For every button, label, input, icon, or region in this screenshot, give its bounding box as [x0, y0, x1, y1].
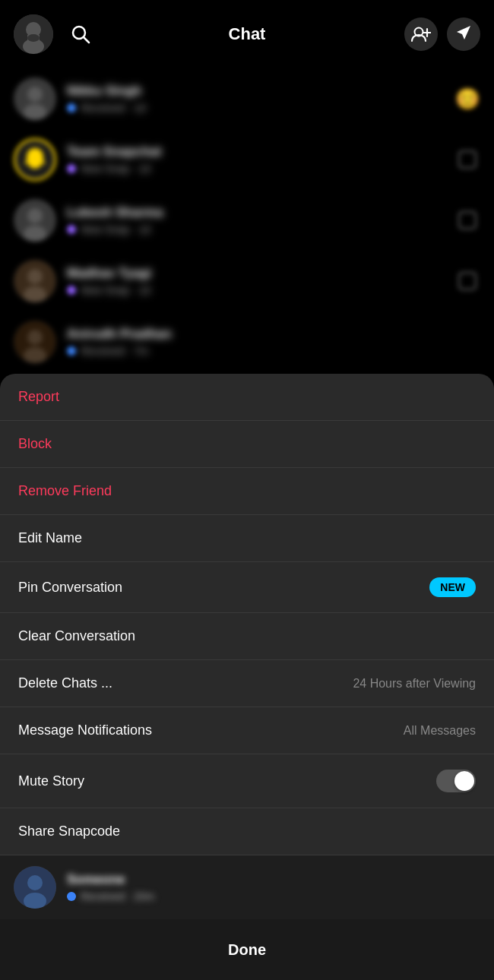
status-dot — [67, 225, 76, 234]
svg-rect-14 — [459, 151, 476, 168]
svg-rect-18 — [459, 212, 476, 229]
add-friend-button[interactable] — [404, 17, 438, 51]
avatar — [14, 138, 56, 181]
chat-item[interactable]: Lokesh Sharma New Snap · 1d — [0, 190, 494, 251]
page-title: Chat — [229, 24, 266, 44]
menu-label-delete-chats: Delete Chats ... — [18, 675, 112, 691]
menu-item-block[interactable]: Block — [0, 421, 494, 468]
svg-point-4 — [27, 34, 40, 42]
menu-label-block: Block — [18, 436, 52, 452]
avatar — [14, 866, 56, 909]
chat-preview: Received · 1d — [67, 102, 444, 114]
status-dot — [67, 164, 76, 173]
svg-point-11 — [27, 87, 43, 102]
chat-info: Team Snapchat New Snap · 1d — [67, 144, 444, 175]
menu-item-delete-chats[interactable]: Delete Chats ... 24 Hours after Viewing — [0, 660, 494, 707]
menu-value-message-notifications: All Messages — [404, 724, 476, 738]
menu-item-mute-story[interactable]: Mute Story — [0, 754, 494, 808]
svg-point-21 — [24, 286, 46, 302]
svg-point-27 — [27, 875, 43, 890]
chat-preview: New Snap · 1d — [67, 284, 444, 296]
avatar — [14, 321, 56, 363]
menu-label-edit-name: Edit Name — [18, 530, 82, 546]
header: Chat — [0, 0, 494, 68]
status-dot — [67, 286, 76, 295]
menu-item-pin-conversation[interactable]: Pin Conversation NEW — [0, 562, 494, 613]
chat-info: Madhav Tyagi New Snap · 1d — [67, 266, 444, 296]
status-dot — [67, 346, 76, 356]
chat-name: Team Snapchat — [67, 144, 444, 160]
status-dot — [67, 103, 76, 112]
menu-item-edit-name[interactable]: Edit Name — [0, 515, 494, 562]
menu-label-remove-friend: Remove Friend — [18, 483, 112, 499]
svg-point-17 — [24, 226, 46, 242]
chat-item[interactable]: Team Snapchat New Snap · 1d — [0, 129, 494, 190]
chat-list: Nikku Singh Received · 1d 😊 Team Snapcha… — [0, 68, 494, 372]
menu-item-clear-conversation[interactable]: Clear Conversation — [0, 613, 494, 660]
chat-preview: New Snap · 1d — [67, 223, 444, 236]
chat-name: Someone — [67, 872, 480, 887]
partial-chat-item: Someone Received · 20m — [0, 855, 494, 919]
preview-text: New Snap · 1d — [81, 163, 150, 175]
menu-label-pin-conversation: Pin Conversation — [18, 580, 122, 596]
chat-name: Madhav Tyagi — [67, 266, 444, 281]
new-chat-button[interactable] — [447, 17, 480, 51]
chat-preview: Received · 7m — [67, 345, 480, 357]
mute-story-toggle[interactable] — [436, 770, 476, 792]
header-right — [404, 17, 480, 51]
svg-point-28 — [24, 893, 46, 909]
new-badge: NEW — [429, 577, 476, 597]
header-left — [14, 14, 97, 54]
menu-label-clear-conversation: Clear Conversation — [18, 628, 135, 644]
chat-name: Lokesh Sharma — [67, 205, 444, 220]
menu-label-report: Report — [18, 389, 59, 405]
chat-item[interactable]: Anirudh Pradhan Received · 7m — [0, 311, 494, 372]
svg-point-20 — [27, 269, 43, 284]
avatar — [14, 260, 56, 302]
preview-text: Received · 1d — [81, 102, 146, 114]
avatar — [14, 77, 56, 120]
profile-avatar[interactable] — [14, 14, 53, 54]
chat-name: Anirudh Pradhan — [67, 327, 480, 342]
preview-text: New Snap · 1d — [81, 223, 150, 236]
menu-label-share-snapcode: Share Snapcode — [18, 824, 120, 839]
menu-item-share-snapcode[interactable]: Share Snapcode — [0, 808, 494, 855]
menu-label-message-notifications: Message Notifications — [18, 722, 152, 738]
chat-item[interactable]: Madhav Tyagi New Snap · 1d — [0, 251, 494, 311]
emoji-reaction: 😊 — [454, 86, 480, 112]
chat-action — [454, 147, 480, 172]
chat-name: Nikku Singh — [67, 84, 444, 99]
status-dot — [67, 892, 76, 901]
toggle-knob — [454, 771, 474, 791]
menu-item-message-notifications[interactable]: Message Notifications All Messages — [0, 707, 494, 754]
svg-point-16 — [27, 208, 43, 223]
svg-rect-22 — [459, 273, 476, 289]
chat-preview: New Snap · 1d — [67, 163, 444, 175]
chat-info: Lokesh Sharma New Snap · 1d — [67, 205, 444, 236]
preview-text: Received · 7m — [81, 345, 148, 357]
svg-point-12 — [24, 104, 46, 120]
chat-info: Anirudh Pradhan Received · 7m — [67, 327, 480, 357]
menu-label-mute-story: Mute Story — [18, 773, 84, 789]
preview-text: Received · 20m — [81, 890, 154, 903]
menu-item-report[interactable]: Report — [0, 374, 494, 421]
chat-action — [454, 207, 480, 233]
done-bar[interactable]: Done — [0, 919, 494, 980]
done-label: Done — [228, 941, 266, 959]
menu-item-remove-friend[interactable]: Remove Friend — [0, 468, 494, 515]
chat-item[interactable]: Nikku Singh Received · 1d 😊 — [0, 68, 494, 129]
svg-point-25 — [24, 347, 46, 363]
svg-line-6 — [84, 37, 89, 43]
chat-info: Someone Received · 20m — [67, 872, 480, 903]
search-button[interactable] — [64, 17, 97, 51]
chat-preview: Received · 20m — [67, 890, 480, 903]
avatar — [14, 199, 56, 242]
chat-action — [454, 268, 480, 294]
chat-info: Nikku Singh Received · 1d — [67, 84, 444, 114]
context-menu: Report Block Remove Friend Edit Name Pin… — [0, 374, 494, 919]
menu-value-delete-chats: 24 Hours after Viewing — [353, 677, 476, 691]
svg-point-24 — [27, 330, 43, 345]
preview-text: New Snap · 1d — [81, 284, 150, 296]
